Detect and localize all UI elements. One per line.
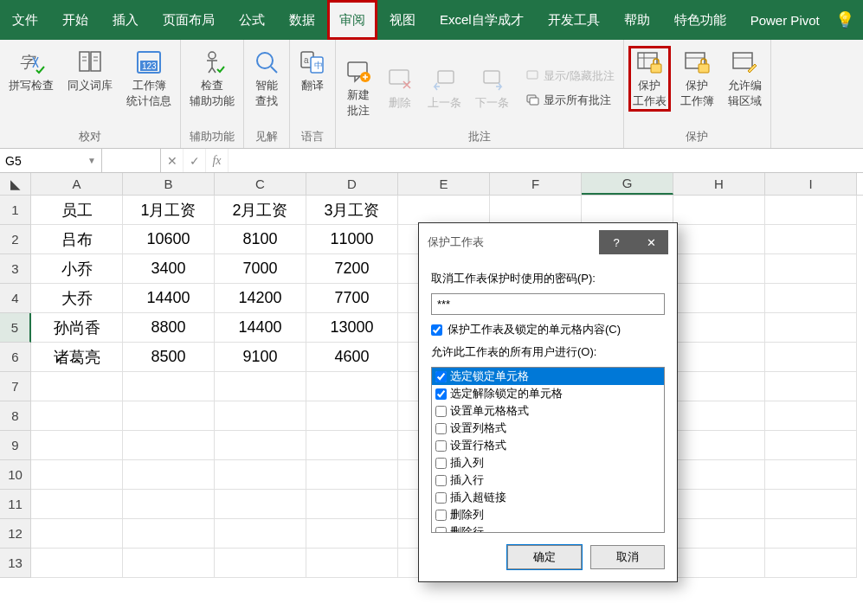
smart-lookup-button[interactable]: 智能 查找	[249, 47, 284, 111]
col-header-A[interactable]: A	[31, 173, 123, 195]
cell[interactable]	[765, 549, 857, 578]
spellcheck-button[interactable]: 字 拼写检查	[5, 47, 57, 95]
tab-页面布局[interactable]: 页面布局	[151, 0, 227, 40]
col-header-H[interactable]: H	[673, 173, 765, 195]
cell[interactable]	[673, 225, 765, 254]
permission-item[interactable]: 插入行	[432, 472, 664, 489]
tab-数据[interactable]: 数据	[277, 0, 327, 40]
col-header-E[interactable]: E	[398, 173, 490, 195]
cell[interactable]: 8500	[123, 343, 215, 372]
tab-特色功能[interactable]: 特色功能	[662, 0, 738, 40]
row-header[interactable]: 8	[0, 401, 31, 431]
cell[interactable]	[490, 196, 582, 225]
cell[interactable]	[123, 401, 215, 431]
row-header[interactable]: 7	[0, 372, 31, 401]
permission-item[interactable]: 选定锁定单元格	[432, 368, 664, 385]
insert-function-button[interactable]: fx	[206, 149, 229, 172]
tab-文件[interactable]: 文件	[0, 0, 50, 40]
col-header-C[interactable]: C	[215, 173, 306, 195]
cell[interactable]: 小乔	[31, 254, 123, 284]
permission-checkbox[interactable]	[435, 510, 447, 521]
row-header[interactable]: 11	[0, 490, 31, 519]
cancel-button[interactable]: 取消	[590, 545, 665, 569]
row-header[interactable]: 2	[0, 225, 31, 254]
cell[interactable]	[765, 519, 857, 549]
cell[interactable]	[215, 372, 306, 401]
cell[interactable]	[673, 284, 765, 313]
col-header-F[interactable]: F	[490, 173, 582, 195]
cell[interactable]	[765, 313, 857, 343]
cell[interactable]: 7000	[215, 254, 306, 284]
ok-button[interactable]: 确定	[507, 545, 582, 569]
permission-checkbox[interactable]	[435, 406, 447, 417]
cell[interactable]	[31, 401, 123, 431]
permission-checkbox[interactable]	[435, 492, 447, 504]
cell[interactable]	[398, 196, 490, 225]
row-header[interactable]: 12	[0, 519, 31, 549]
row-header[interactable]: 6	[0, 343, 31, 372]
permission-checkbox[interactable]	[435, 371, 447, 382]
permission-item[interactable]: 设置列格式	[432, 420, 664, 437]
cell[interactable]	[765, 372, 857, 401]
col-header-G[interactable]: G	[582, 173, 673, 195]
cell[interactable]: 大乔	[31, 284, 123, 313]
cell[interactable]	[306, 431, 398, 460]
cell[interactable]	[673, 460, 765, 490]
permission-checkbox[interactable]	[435, 440, 447, 452]
cell[interactable]	[765, 343, 857, 372]
col-header-I[interactable]: I	[765, 173, 857, 195]
tab-帮助[interactable]: 帮助	[612, 0, 662, 40]
permission-checkbox[interactable]	[435, 475, 447, 486]
formula-input[interactable]	[229, 149, 863, 172]
tab-公式[interactable]: 公式	[227, 0, 277, 40]
cell[interactable]	[673, 549, 765, 578]
cell[interactable]: 1月工资	[123, 196, 215, 225]
col-header-D[interactable]: D	[306, 173, 398, 195]
cell[interactable]	[31, 519, 123, 549]
cell[interactable]	[765, 431, 857, 460]
cell[interactable]: 吕布	[31, 225, 123, 254]
permission-item[interactable]: 设置单元格格式	[432, 402, 664, 420]
cell[interactable]	[306, 401, 398, 431]
permission-checkbox[interactable]	[435, 388, 447, 400]
cell[interactable]	[673, 343, 765, 372]
cell[interactable]	[123, 372, 215, 401]
cell[interactable]	[31, 549, 123, 578]
cell[interactable]	[123, 490, 215, 519]
cell[interactable]	[673, 490, 765, 519]
cell[interactable]	[306, 460, 398, 490]
cell[interactable]: 2月工资	[215, 196, 306, 225]
cell[interactable]	[31, 460, 123, 490]
cell[interactable]	[306, 519, 398, 549]
col-header-B[interactable]: B	[123, 173, 215, 195]
cell[interactable]: 11000	[306, 225, 398, 254]
permission-item[interactable]: 设置行格式	[432, 437, 664, 454]
cell[interactable]	[215, 431, 306, 460]
tab-视图[interactable]: 视图	[377, 0, 428, 40]
cell[interactable]	[306, 372, 398, 401]
cell[interactable]: 7700	[306, 284, 398, 313]
dialog-close-button[interactable]: ✕	[634, 230, 668, 254]
cell[interactable]: 3月工资	[306, 196, 398, 225]
permission-item[interactable]: 选定解除锁定的单元格	[432, 385, 664, 402]
cell[interactable]: 诸葛亮	[31, 343, 123, 372]
permission-item[interactable]: 插入列	[432, 454, 664, 472]
tab-开发工具[interactable]: 开发工具	[536, 0, 612, 40]
cell[interactable]	[123, 431, 215, 460]
cell[interactable]	[673, 196, 765, 225]
allow-edit-ranges-button[interactable]: 允许编 辑区域	[725, 47, 765, 111]
cell[interactable]	[31, 490, 123, 519]
cell[interactable]	[765, 401, 857, 431]
cell[interactable]	[31, 372, 123, 401]
cell[interactable]	[582, 196, 673, 225]
workbook-stats-button[interactable]: 123 工作簿 统计信息	[123, 47, 175, 111]
permission-checkbox[interactable]	[435, 527, 447, 534]
cell[interactable]: 14200	[215, 284, 306, 313]
tab-插入[interactable]: 插入	[100, 0, 151, 40]
cell[interactable]	[673, 519, 765, 549]
cell[interactable]: 员工	[31, 196, 123, 225]
cell[interactable]	[673, 401, 765, 431]
dialog-titlebar[interactable]: 保护工作表 ? ✕	[419, 223, 677, 262]
cell[interactable]: 8800	[123, 313, 215, 343]
cell[interactable]: 10600	[123, 225, 215, 254]
